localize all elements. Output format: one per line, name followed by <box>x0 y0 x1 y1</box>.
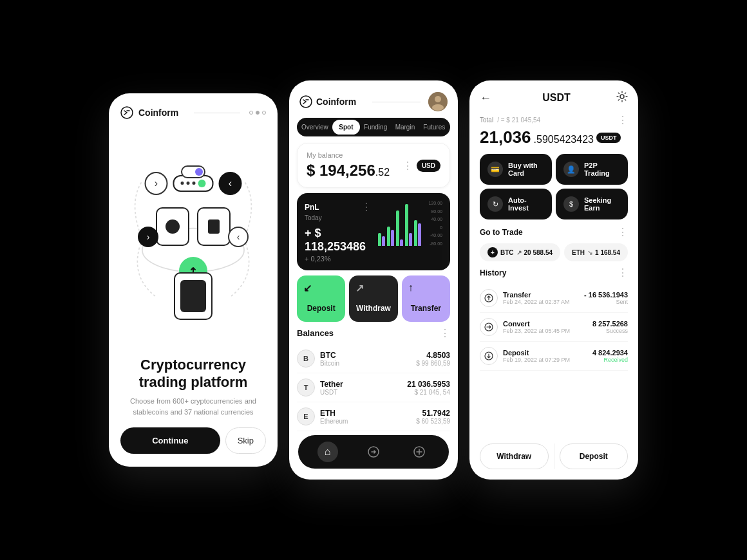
nav-left[interactable]: › <box>138 227 158 247</box>
btc-name: Bitcoin <box>320 360 411 367</box>
amount-decimals: .5905423423 <box>534 134 594 145</box>
btc-icon: B <box>297 350 315 368</box>
action-grid: 💳 Buy with Card 👤 P2P Trading ↻ Auto-Inv… <box>480 154 628 219</box>
transfer-type: Transfer <box>503 291 579 299</box>
right-nav-circle[interactable]: ‹ <box>219 172 242 195</box>
usdt-info: Tether USDT <box>320 380 402 396</box>
bottom-actions: Withdraw Deposit <box>480 443 628 469</box>
convert-date: Feb 23, 2022 at 05:45 PM <box>503 328 587 334</box>
trade-menu[interactable]: ⋮ <box>618 226 628 238</box>
history-deposit: Deposit Feb 19, 2022 at 07:29 PM 4 824.2… <box>480 342 628 371</box>
seeking-earn-icon: $ <box>563 196 579 212</box>
dashboard-app-name: Coinform <box>316 97 364 107</box>
deposit-info: Deposit Feb 19, 2022 at 07:29 PM <box>503 349 587 363</box>
eth-arrow: ↘ <box>587 249 592 256</box>
skip-button[interactable]: Skip <box>225 427 266 454</box>
eth-icon: E <box>297 407 315 425</box>
nav-transfer[interactable] <box>363 442 384 462</box>
total-menu[interactable]: ⋮ <box>618 114 628 126</box>
eth-balance: 51.7942 $ 60 523,59 <box>416 409 450 425</box>
deposit-amount-info: 4 824.2934 Received <box>592 349 628 363</box>
withdraw-action-button[interactable]: Withdraw <box>480 443 549 469</box>
eth-usd: $ 60 523,59 <box>416 418 450 425</box>
transfer-button[interactable]: ↑ Transfer <box>402 275 450 322</box>
btc-amount: 4.8503 <box>416 351 450 360</box>
pnl-percent: + 0,23% <box>305 255 372 263</box>
pnl-menu[interactable]: ⋮ <box>361 201 372 213</box>
dot-1 <box>249 111 253 115</box>
history-title: History <box>480 268 506 277</box>
auto-invest-label: Auto-Invest <box>508 196 544 212</box>
convert-value: 8 257.5268 <box>592 320 628 328</box>
auto-invest-btn[interactable]: ↻ Auto-Invest <box>480 189 552 219</box>
balance-menu[interactable]: ⋮ <box>402 160 413 172</box>
nav-wallet[interactable] <box>409 442 430 462</box>
seeking-earn-btn[interactable]: $ Seeking Earn <box>556 189 628 219</box>
left-nav-circle[interactable]: › <box>145 172 168 195</box>
usdt-badge: USDT <box>596 133 621 143</box>
tab-spot[interactable]: Spot <box>332 120 360 135</box>
convert-amount-info: 8 257.5268 Success <box>592 320 628 334</box>
onboarding-title: Cryptocurrency trading platform <box>126 357 261 391</box>
dot-3 <box>262 111 266 115</box>
onboarding-buttons: Continue Skip <box>120 427 266 454</box>
user-avatar[interactable] <box>428 92 448 111</box>
history-convert: Convert Feb 23, 2022 at 05:45 PM 8 257.5… <box>480 313 628 342</box>
onboarding-text: Cryptocurrency trading platform Choose f… <box>120 357 266 427</box>
total-section: Total / = $ 21 045,54 ⋮ 21,036.590542342… <box>480 114 628 149</box>
settings-icon[interactable] <box>616 91 628 105</box>
deposit-button[interactable]: ↙ Deposit <box>297 275 345 322</box>
balance-main: $ 194,256 <box>307 162 375 179</box>
nav-home[interactable]: ⌂ <box>317 442 338 462</box>
pagination-dots <box>249 111 266 115</box>
deposit-label: Deposit <box>307 304 336 313</box>
currency-badge: USD <box>417 160 440 172</box>
total-label: Total / = $ 21 045,54 ⋮ <box>480 114 628 126</box>
tabs-bar: Overview Spot Funding Margin Futures <box>297 118 450 136</box>
balance-cents: .52 <box>375 167 390 178</box>
pnl-chart: 120.00 80.00 40.00 0 -40.00 -80.00 <box>378 201 442 246</box>
tab-margin[interactable]: Margin <box>391 120 419 135</box>
transfer-info: Transfer Feb 24, 2022 at 02:37 AM <box>503 291 579 305</box>
deposit-date: Feb 19, 2022 at 07:29 PM <box>503 357 587 363</box>
history-menu[interactable]: ⋮ <box>618 266 628 279</box>
btc-trade-pill[interactable]: + BTC ↗ 20 588.54 <box>480 243 560 261</box>
tab-overview[interactable]: Overview <box>299 120 331 135</box>
illustration: › ‹ <box>120 122 266 357</box>
eth-amount: 51.7942 <box>416 409 450 418</box>
continue-button[interactable]: Continue <box>120 427 220 454</box>
logo-icon <box>120 106 133 119</box>
eth-trade-symbol: ETH <box>572 249 585 256</box>
tab-funding[interactable]: Funding <box>361 120 390 135</box>
toggle[interactable] <box>181 165 205 178</box>
history-transfer: Transfer Feb 24, 2022 at 02:37 AM - 16 5… <box>480 284 628 313</box>
balances-menu[interactable]: ⋮ <box>440 327 450 339</box>
usdt-icon: T <box>297 378 315 397</box>
onboarding-subtitle: Choose from 600+ cryptocurrencies and st… <box>126 396 261 417</box>
amount-main: 21,036 <box>480 127 531 147</box>
balances-header: Balances ⋮ <box>297 327 450 339</box>
total-eq: / = $ 21 045,54 <box>497 117 540 124</box>
p2p-icon: 👤 <box>563 162 579 177</box>
back-button[interactable]: ← <box>480 91 491 105</box>
screen-dashboard: Coinform Overview Spot Funding Margin Fu… <box>289 80 458 480</box>
dashboard-logo-icon <box>299 95 312 108</box>
btc-trade-value: 20 588.54 <box>524 249 553 256</box>
deposit-history-icon <box>480 347 498 365</box>
trade-title: Go to Trade <box>480 228 523 237</box>
seeking-earn-label: Seeking Earn <box>584 196 620 212</box>
usdt-balance: 21 036.5953 $ 21 045, 54 <box>407 380 450 396</box>
balance-info: My balance $ 194,256.52 <box>307 151 402 180</box>
buy-with-card-btn[interactable]: 💳 Buy with Card <box>480 154 552 185</box>
deposit-action-button[interactable]: Deposit <box>560 443 629 469</box>
nav-right[interactable]: ‹ <box>228 227 249 247</box>
deposit-status: Received <box>592 357 628 363</box>
app-name-label: Coinform <box>138 107 185 118</box>
transfer-icon: ↑ <box>408 282 413 294</box>
eth-trade-pill[interactable]: ETH ↘ 1 168.54 <box>564 243 628 261</box>
detail-header: ← USDT <box>480 91 628 105</box>
deposit-icon: ↙ <box>303 282 312 294</box>
tab-futures[interactable]: Futures <box>421 120 448 135</box>
withdraw-button[interactable]: ↗ Withdraw <box>349 275 397 322</box>
p2p-trading-btn[interactable]: 👤 P2P Trading <box>556 154 628 185</box>
